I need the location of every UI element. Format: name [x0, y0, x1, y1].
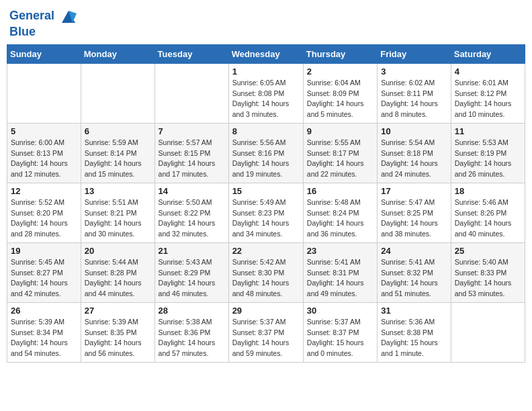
calendar-cell: 28Sunrise: 5:38 AMSunset: 8:36 PMDayligh…: [154, 302, 228, 362]
day-number: 9: [307, 126, 373, 136]
day-number: 11: [455, 126, 521, 136]
day-of-week-header: Friday: [378, 44, 451, 63]
day-info: Sunrise: 5:37 AMSunset: 8:37 PMDaylight:…: [232, 317, 300, 359]
day-info: Sunrise: 5:38 AMSunset: 8:36 PMDaylight:…: [159, 317, 225, 359]
day-number: 3: [381, 66, 447, 77]
day-info: Sunrise: 6:02 AMSunset: 8:11 PMDaylight:…: [381, 78, 447, 120]
calendar-cell: 8Sunrise: 5:56 AMSunset: 8:16 PMDaylight…: [228, 123, 303, 183]
calendar-cell: 23Sunrise: 5:41 AMSunset: 8:31 PMDayligh…: [303, 242, 377, 302]
calendar-cell: 30Sunrise: 5:37 AMSunset: 8:37 PMDayligh…: [303, 302, 377, 362]
day-info: Sunrise: 5:44 AMSunset: 8:28 PMDaylight:…: [85, 257, 151, 300]
day-of-week-header: Sunday: [7, 44, 81, 63]
day-info: Sunrise: 5:51 AMSunset: 8:21 PMDaylight:…: [85, 197, 151, 240]
day-info: Sunrise: 5:43 AMSunset: 8:29 PMDaylight:…: [159, 257, 225, 300]
calendar-cell: 13Sunrise: 5:51 AMSunset: 8:21 PMDayligh…: [81, 183, 154, 242]
day-info: Sunrise: 5:53 AMSunset: 8:19 PMDaylight:…: [455, 138, 521, 180]
calendar-cell: 16Sunrise: 5:48 AMSunset: 8:24 PMDayligh…: [303, 183, 377, 242]
day-number: 28: [159, 306, 225, 316]
day-number: 10: [381, 126, 447, 136]
day-info: Sunrise: 5:36 AMSunset: 8:38 PMDaylight:…: [381, 317, 447, 359]
calendar-cell: 26Sunrise: 5:39 AMSunset: 8:34 PMDayligh…: [7, 302, 81, 362]
day-info: Sunrise: 5:59 AMSunset: 8:14 PMDaylight:…: [85, 138, 151, 180]
day-number: 26: [11, 306, 77, 316]
day-number: 31: [381, 306, 447, 316]
day-of-week-header: Saturday: [451, 44, 525, 63]
day-info: Sunrise: 5:47 AMSunset: 8:25 PMDaylight:…: [381, 197, 447, 240]
day-info: Sunrise: 5:55 AMSunset: 8:17 PMDaylight:…: [307, 138, 373, 180]
day-number: 7: [159, 126, 225, 136]
calendar-cell: 10Sunrise: 5:54 AMSunset: 8:18 PMDayligh…: [378, 123, 451, 183]
calendar-cell: [451, 302, 525, 362]
day-of-week-header: Thursday: [303, 44, 377, 63]
day-info: Sunrise: 6:05 AMSunset: 8:08 PMDaylight:…: [232, 78, 300, 120]
calendar-cell: 4Sunrise: 6:01 AMSunset: 8:12 PMDaylight…: [451, 63, 525, 123]
day-info: Sunrise: 5:50 AMSunset: 8:22 PMDaylight:…: [159, 197, 225, 240]
day-number: 25: [455, 246, 521, 256]
calendar-cell: 6Sunrise: 5:59 AMSunset: 8:14 PMDaylight…: [81, 123, 154, 183]
day-info: Sunrise: 5:56 AMSunset: 8:16 PMDaylight:…: [232, 138, 300, 180]
day-info: Sunrise: 5:39 AMSunset: 8:34 PMDaylight:…: [11, 317, 77, 359]
calendar-cell: 24Sunrise: 5:41 AMSunset: 8:32 PMDayligh…: [378, 242, 451, 302]
day-info: Sunrise: 5:54 AMSunset: 8:18 PMDaylight:…: [381, 138, 447, 180]
day-number: 24: [381, 246, 447, 256]
calendar-cell: 17Sunrise: 5:47 AMSunset: 8:25 PMDayligh…: [378, 183, 451, 242]
day-info: Sunrise: 6:01 AMSunset: 8:12 PMDaylight:…: [455, 78, 521, 120]
calendar-cell: [7, 63, 81, 123]
calendar-cell: 25Sunrise: 5:40 AMSunset: 8:33 PMDayligh…: [451, 242, 525, 302]
day-info: Sunrise: 5:46 AMSunset: 8:26 PMDaylight:…: [455, 197, 521, 240]
logo: General Blue: [9, 7, 78, 39]
day-of-week-header: Tuesday: [154, 44, 228, 63]
day-info: Sunrise: 5:57 AMSunset: 8:15 PMDaylight:…: [159, 138, 225, 180]
day-info: Sunrise: 6:04 AMSunset: 8:09 PMDaylight:…: [307, 78, 373, 120]
day-number: 6: [85, 126, 151, 136]
day-info: Sunrise: 5:52 AMSunset: 8:20 PMDaylight:…: [11, 197, 77, 240]
day-number: 15: [232, 186, 300, 196]
day-number: 23: [307, 246, 373, 256]
calendar-cell: 1Sunrise: 6:05 AMSunset: 8:08 PMDaylight…: [228, 63, 303, 123]
calendar-cell: 5Sunrise: 6:00 AMSunset: 8:13 PMDaylight…: [7, 123, 81, 183]
day-info: Sunrise: 6:00 AMSunset: 8:13 PMDaylight:…: [11, 138, 77, 180]
day-number: 8: [232, 126, 300, 136]
logo-text: General: [9, 7, 78, 26]
calendar-cell: 18Sunrise: 5:46 AMSunset: 8:26 PMDayligh…: [451, 183, 525, 242]
calendar-cell: 15Sunrise: 5:49 AMSunset: 8:23 PMDayligh…: [228, 183, 303, 242]
day-number: 5: [11, 126, 77, 136]
day-number: 2: [307, 66, 373, 77]
day-number: 27: [85, 306, 151, 316]
day-number: 21: [159, 246, 225, 256]
calendar-cell: 9Sunrise: 5:55 AMSunset: 8:17 PMDaylight…: [303, 123, 377, 183]
calendar-cell: 12Sunrise: 5:52 AMSunset: 8:20 PMDayligh…: [7, 183, 81, 242]
calendar-cell: 19Sunrise: 5:45 AMSunset: 8:27 PMDayligh…: [7, 242, 81, 302]
day-number: 4: [455, 66, 521, 77]
calendar-cell: 31Sunrise: 5:36 AMSunset: 8:38 PMDayligh…: [378, 302, 451, 362]
day-number: 17: [381, 186, 447, 196]
day-info: Sunrise: 5:48 AMSunset: 8:24 PMDaylight:…: [307, 197, 373, 240]
calendar-cell: 21Sunrise: 5:43 AMSunset: 8:29 PMDayligh…: [154, 242, 228, 302]
calendar-cell: 7Sunrise: 5:57 AMSunset: 8:15 PMDaylight…: [154, 123, 228, 183]
calendar-cell: 27Sunrise: 5:39 AMSunset: 8:35 PMDayligh…: [81, 302, 154, 362]
day-number: 14: [159, 186, 225, 196]
day-info: Sunrise: 5:41 AMSunset: 8:31 PMDaylight:…: [307, 257, 373, 300]
calendar-cell: 22Sunrise: 5:42 AMSunset: 8:30 PMDayligh…: [228, 242, 303, 302]
day-info: Sunrise: 5:39 AMSunset: 8:35 PMDaylight:…: [85, 317, 151, 359]
calendar-table: SundayMondayTuesdayWednesdayThursdayFrid…: [7, 44, 525, 363]
day-number: 18: [455, 186, 521, 196]
calendar-cell: 14Sunrise: 5:50 AMSunset: 8:22 PMDayligh…: [154, 183, 228, 242]
day-number: 12: [11, 186, 77, 196]
day-of-week-header: Monday: [81, 44, 154, 63]
calendar-cell: 29Sunrise: 5:37 AMSunset: 8:37 PMDayligh…: [228, 302, 303, 362]
day-info: Sunrise: 5:45 AMSunset: 8:27 PMDaylight:…: [11, 257, 77, 300]
calendar-cell: [81, 63, 154, 123]
day-number: 30: [307, 306, 373, 316]
day-of-week-header: Wednesday: [228, 44, 303, 63]
day-info: Sunrise: 5:40 AMSunset: 8:33 PMDaylight:…: [455, 257, 521, 300]
day-number: 29: [232, 306, 300, 316]
day-number: 16: [307, 186, 373, 196]
calendar-cell: 2Sunrise: 6:04 AMSunset: 8:09 PMDaylight…: [303, 63, 377, 123]
day-number: 19: [11, 246, 77, 256]
day-number: 22: [232, 246, 300, 256]
calendar-cell: 3Sunrise: 6:02 AMSunset: 8:11 PMDaylight…: [378, 63, 451, 123]
day-info: Sunrise: 5:41 AMSunset: 8:32 PMDaylight:…: [381, 257, 447, 300]
day-number: 20: [85, 246, 151, 256]
day-info: Sunrise: 5:42 AMSunset: 8:30 PMDaylight:…: [232, 257, 300, 300]
